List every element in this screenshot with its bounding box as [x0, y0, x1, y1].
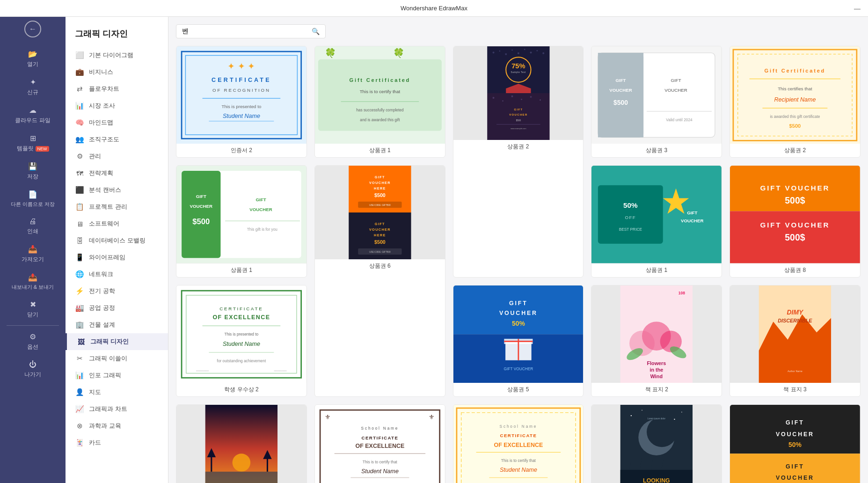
- template-book-1[interactable]: LOOKING AND SEARCHING Lorem ipsum dolor …: [591, 404, 722, 483]
- print-icon: 🖨: [29, 217, 36, 226]
- minimize-button[interactable]: —: [854, 5, 861, 12]
- sidebar-item-export[interactable]: 📤 내보내기 & 보내기: [0, 268, 66, 295]
- category-analytics[interactable]: ⬛ 분석 캔버스: [66, 182, 168, 198]
- template-book-4[interactable]: The setting sun is infinite But near twi…: [176, 404, 307, 483]
- template-gift-8[interactable]: GIFT VOUCHER 500$ GIFT VOUCHER 500$ 상품권 …: [729, 165, 861, 277]
- svg-text:This gift is for you: This gift is for you: [247, 227, 278, 232]
- svg-text:This is to certify that: This is to certify that: [363, 460, 398, 464]
- svg-text:GIFT: GIFT: [509, 300, 528, 306]
- category-project[interactable]: 📋 프로젝트 관리: [66, 198, 168, 215]
- svg-text:⚜: ⚜: [325, 413, 331, 421]
- category-mindmap[interactable]: 🧠 마인드맵: [66, 114, 168, 131]
- svg-text:DISCERNIBLE: DISCERNIBLE: [778, 317, 812, 323]
- svg-text:$500: $500: [192, 217, 210, 226]
- sidebar-item-new[interactable]: ✦ 신규: [0, 73, 66, 101]
- cat-icon-graphic: 🖼: [76, 338, 86, 346]
- svg-text:75%: 75%: [511, 62, 525, 70]
- svg-point-178: [631, 415, 632, 416]
- template-student-3[interactable]: ⚜ ⚜ ⚜ ⚜ School Name CERTIFICATE OF EXCEL…: [314, 404, 445, 483]
- sidebar-item-exit[interactable]: ⏻ 나가기: [0, 356, 66, 383]
- cloud-icon: ☁: [29, 106, 36, 115]
- category-graphic-design[interactable]: 🖼 그래픽 디자인: [66, 333, 168, 350]
- template-gift-1[interactable]: 🍀 🍀 Gift Certificated This is to certify…: [314, 46, 445, 158]
- category-business[interactable]: 💼 비지니스: [66, 64, 168, 80]
- search-icon[interactable]: 🔍: [312, 28, 320, 35]
- category-strategy[interactable]: 🗺 전략계획: [66, 165, 168, 182]
- sidebar-label-open: 열기: [27, 60, 38, 68]
- category-building[interactable]: 🏢 건물 설계: [66, 316, 168, 333]
- template-gift-cert-1b[interactable]: GIFT VOUCHER $500 GIFT VOUCHER This gift…: [176, 165, 307, 277]
- template-gift-3[interactable]: GIFT VOUCHER $500 GIFT VOUCHER Valid unt…: [591, 46, 722, 158]
- template-gift-7[interactable]: GIFT VOUCHER 50% GIFT VOUCHER 50% 상품권 7: [729, 404, 861, 483]
- template-gift-2[interactable]: 75% Sample Text GIFT VOUC: [453, 46, 584, 278]
- sidebar-item-print[interactable]: 🖨 인쇄: [0, 212, 66, 240]
- cat-label-electrical: 전기 공학: [89, 287, 115, 295]
- svg-text:GIFT: GIFT: [255, 198, 266, 203]
- category-orgchart[interactable]: 👥 조직구조도: [66, 131, 168, 148]
- sidebar-item-open[interactable]: 📂 열기: [0, 45, 66, 73]
- svg-text:Student Name: Student Name: [500, 467, 537, 473]
- svg-point-39: [540, 99, 541, 101]
- import-icon: 📥: [28, 245, 37, 254]
- category-graphic-tools[interactable]: ✂ 그래픽 이쓸이: [66, 350, 168, 367]
- sidebar-item-cloud[interactable]: ☁ 클라우드 파일: [0, 101, 66, 129]
- category-basic-diagram[interactable]: ⬜ 기본 다이어그램: [66, 47, 168, 64]
- sidebar-label-save-as: 다른 이름으로 저장: [11, 201, 55, 208]
- svg-text:GIFT: GIFT: [514, 108, 523, 111]
- template-gift-teal[interactable]: 50% OFF BEST PRICE GIFT VOUCHER 상품권 1: [591, 165, 722, 277]
- category-db[interactable]: 🗄 데이터베이스 모밸링: [66, 232, 168, 249]
- cat-label-charts: 그래픽과 차트: [89, 405, 127, 413]
- sidebar-item-close[interactable]: ✖ 닫기: [0, 295, 66, 323]
- template-book-2[interactable]: 108 Flowers in the Wind 책 표지 2: [591, 285, 722, 397]
- svg-text:_______: _______: [196, 367, 209, 371]
- template-gift-cert-2[interactable]: Gift Certificated This certifies that Re…: [729, 46, 861, 158]
- svg-text:USE CODE: GIFT500: USE CODE: GIFT500: [369, 251, 391, 253]
- category-infographic[interactable]: 📊 인포 그래픽: [66, 367, 168, 384]
- template-label-gift-5: 상품권 5: [453, 383, 584, 396]
- cat-icon-db: 🗄: [75, 237, 84, 245]
- category-management[interactable]: ⚙ 관리: [66, 148, 168, 165]
- svg-text:_______: _______: [274, 367, 287, 371]
- svg-text:🍀: 🍀: [393, 47, 404, 59]
- template-gift-5[interactable]: GIFT VOUCHER 50% GIFT VOUCHER 상품권 5: [453, 285, 584, 397]
- sidebar-item-save[interactable]: 💾 저장: [0, 157, 66, 185]
- category-flowchart[interactable]: ⇄ 플로우차트: [66, 80, 168, 97]
- template-cert-2[interactable]: ✦ ✦ ✦ CERTIFICATE OF RECOGNITION This is…: [176, 46, 307, 158]
- search-input[interactable]: [182, 28, 312, 35]
- content-area: 🔍 ✦ ✦ ✦ CERTIFICATE OF RECOGNITION: [168, 17, 868, 483]
- svg-point-26: [530, 51, 532, 53]
- svg-text:and is awarded this gift: and is awarded this gift: [360, 117, 400, 122]
- cat-icon-project: 📋: [75, 203, 84, 211]
- svg-text:Recipient Name: Recipient Name: [774, 96, 816, 103]
- sidebar-item-save-as[interactable]: 📄 다른 이름으로 저장: [0, 185, 66, 212]
- category-electrical[interactable]: ⚡ 전기 공학: [66, 283, 168, 300]
- template-gift-6[interactable]: GIFT VOUCHER HERE $500 USE CODE: GIFT500…: [314, 165, 445, 397]
- svg-text:www.example.com: www.example.com: [511, 127, 526, 130]
- category-map[interactable]: 👤 지도: [66, 384, 168, 401]
- category-industrial[interactable]: 🏭 공업 공정: [66, 300, 168, 316]
- template-student-gold[interactable]: School Name CERTIFICATE OF EXCELLENCE Th…: [453, 404, 584, 483]
- sidebar-label-save: 저장: [27, 173, 38, 181]
- sidebar-item-options[interactable]: ⚙ 옵션: [0, 328, 66, 356]
- category-charts[interactable]: 📈 그래픽과 차트: [66, 401, 168, 417]
- category-science[interactable]: ⊗ 과학과 교육: [66, 417, 168, 434]
- cat-icon-strategy: 🗺: [75, 169, 84, 177]
- svg-rect-56: [730, 46, 860, 144]
- svg-text:for outstanding achievement: for outstanding achievement: [217, 359, 266, 363]
- category-network[interactable]: 🌐 네트워크: [66, 266, 168, 283]
- svg-point-25: [524, 49, 525, 50]
- sidebar-item-template[interactable]: ⊞ 템플릿 NEW: [0, 129, 66, 157]
- template-book-3[interactable]: DIMY DISCERNIBLE Author Name 책 표지 3: [729, 285, 861, 397]
- svg-text:OF EXCELLENCE: OF EXCELLENCE: [355, 443, 404, 449]
- sidebar-item-import[interactable]: 📥 가져오기: [0, 240, 66, 268]
- cat-icon-network: 🌐: [75, 270, 84, 278]
- category-wireframe[interactable]: 📱 와이어프레임: [66, 249, 168, 266]
- svg-text:50%: 50%: [623, 202, 638, 210]
- window-controls[interactable]: —: [854, 5, 861, 12]
- back-button[interactable]: ←: [24, 21, 41, 37]
- category-card[interactable]: 🃏 카드: [66, 434, 168, 451]
- category-software[interactable]: 🖥 소프트웨어: [66, 215, 168, 232]
- cat-icon-tools: ✂: [75, 354, 84, 363]
- template-student-award-2[interactable]: CERTIFICATE OF EXCELLENCE This is presen…: [176, 285, 307, 397]
- category-market[interactable]: 📊 시장 조사: [66, 97, 168, 114]
